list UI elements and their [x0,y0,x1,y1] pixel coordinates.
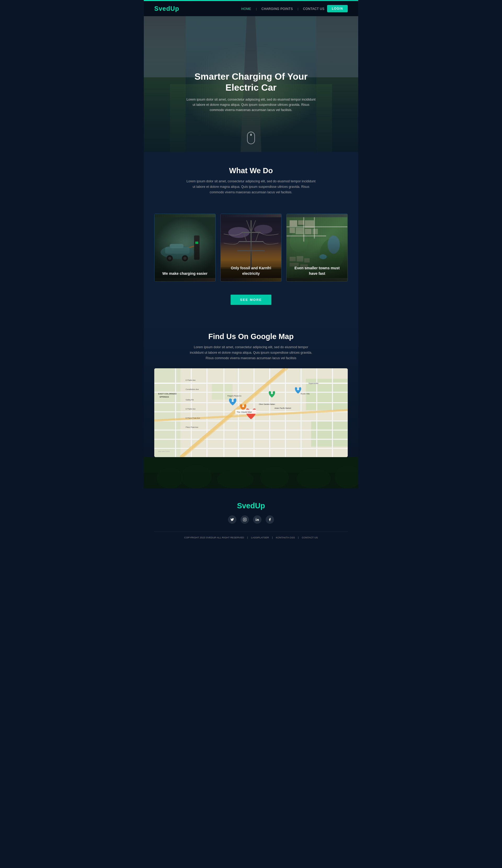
hero-description: Lorem ipsum dolor sit amet, consectetur … [185,97,317,113]
svg-point-96 [297,468,331,488]
social-icons [154,515,348,524]
nav-charging-points[interactable]: CHARGING POINTS [261,7,293,11]
svg-point-83 [297,388,299,390]
svg-point-93 [180,465,212,488]
footer-logo: SvedUp [154,502,348,510]
footer-bottom: COPYRIGHT 2023 SVEDUP ALL RIGHT RESERVED… [154,531,348,539]
svg-text:EAST COLORADO: EAST COLORADO [158,393,177,395]
cards-section: We make charging easier [144,206,358,294]
navbar: SvedUp HOME | CHARGING POINTS | CONTACT … [144,1,358,16]
svg-point-100 [256,518,256,518]
svg-text:SPRINGS: SPRINGS [160,396,169,398]
instagram-icon[interactable] [241,515,249,524]
login-button[interactable]: LOGIN [327,5,348,12]
svg-rect-60 [207,368,207,457]
svg-text:Map data ©2023: Map data ©2023 [158,451,170,452]
svg-rect-46 [154,368,180,457]
footer: SvedUp COPYRIGHT 2023 SVEDUP ALL RIGHT R… [144,488,358,544]
footer-logo-sved: Sved [237,502,255,510]
svg-point-95 [260,466,289,488]
svg-rect-61 [223,368,224,457]
card-label-2: Only fossil and Karnfri electricity [221,265,282,276]
card-ev-charging[interactable]: We make charging easier [154,214,216,282]
see-more-section: SEE MORE [144,294,358,319]
logo-up: Up [170,5,179,12]
svg-text:The Citadel Mall: The Citadel Mall [237,411,252,413]
svg-point-80 [232,400,234,402]
map-description: Lorem ipsum dolor sit amet, consectetur … [188,344,314,361]
svg-rect-59 [191,368,192,457]
what-we-do-description: Lorem ipsum dolor sit amet, consectetur … [185,179,317,195]
svg-point-81 [271,392,273,394]
svg-rect-98 [243,518,246,521]
svg-text:Olive Garden Italian: Olive Garden Italian [259,403,275,405]
svg-text:Asian Pacific Market: Asian Pacific Market [274,407,291,409]
logo-sved: Sved [154,5,170,12]
nav-home[interactable]: HOME [241,7,251,11]
svg-text:Pikes Peak Ave: Pikes Peak Ave [185,426,199,428]
svg-text:Constitution Ave: Constitution Ave [185,389,199,390]
svg-rect-52 [154,402,348,403]
svg-text:Rustic Hills: Rustic Hills [301,393,310,395]
twitter-icon[interactable] [228,515,237,524]
map-section: Find Us On Google Map Lorem ipsum dolor … [144,319,358,457]
map-title: Find Us On Google Map [154,332,348,341]
card-power-tower[interactable]: Only fossil and Karnfri electricity [220,214,282,282]
footer-logo-up: Up [255,502,265,510]
svg-text:Fargo's Pizza Co: Fargo's Pizza Co [228,395,241,397]
svg-text:E Platte Ave: E Platte Ave [185,379,195,381]
nav-links: HOME | CHARGING POINTS | CONTACT US [241,6,324,11]
see-more-button[interactable]: SEE MORE [231,294,271,305]
footer-copyright: COPYRIGHT 2023 SVEDUP ALL RIGHT RESERVED [184,536,244,539]
scroll-dot [250,134,252,136]
cards-grid: We make charging easier [154,214,348,282]
svg-text:E Platte Ave: E Platte Ave [185,408,195,410]
hero-title: Smarter Charging Of Your Electric Car [178,71,324,93]
svg-text:E Pikes Peak Ave: E Pikes Peak Ave [185,417,200,419]
what-we-do-title: What We Do [154,166,348,175]
svg-rect-51 [154,392,348,393]
svg-rect-68 [332,368,333,457]
card-label-3: Even smaller towns must have fast [287,265,348,276]
svg-rect-57 [154,448,348,449]
facebook-icon[interactable] [265,515,274,524]
svg-rect-56 [154,439,348,440]
svg-point-92 [157,467,183,488]
logo: SvedUp [154,5,179,12]
svg-rect-54 [154,421,348,421]
hero-section: Smarter Charging Of Your Electric Car Lo… [144,16,358,152]
card-aerial-city[interactable]: Even smaller towns must have fast [286,214,348,282]
scroll-indicator [247,132,255,144]
svg-point-94 [217,470,254,488]
svg-text:Galley Rd: Galley Rd [185,399,194,401]
what-we-do-section: What We Do Lorem ipsum dolor sit amet, c… [144,152,358,206]
hero-content: Smarter Charging Of Your Electric Car Lo… [172,66,330,118]
footer-link-kontakta[interactable]: KONTAKTA OSS [276,536,295,539]
svg-point-82 [242,405,244,407]
svg-text:Supercenter: Supercenter [309,382,319,384]
footer-link-laddplatser[interactable]: LADDPLATSER [251,536,269,539]
svg-rect-55 [154,430,348,431]
nav-contact-us[interactable]: CONTACT US [303,7,324,11]
linkedin-icon[interactable] [253,515,261,524]
svg-rect-50 [154,383,348,384]
map-container[interactable]: E Platte Ave Constitution Ave Galley Rd … [154,368,348,457]
svg-rect-58 [175,368,176,457]
card-label-1: We make charging easier [154,271,215,276]
footer-link-contact[interactable]: CONTACT US [302,536,318,539]
